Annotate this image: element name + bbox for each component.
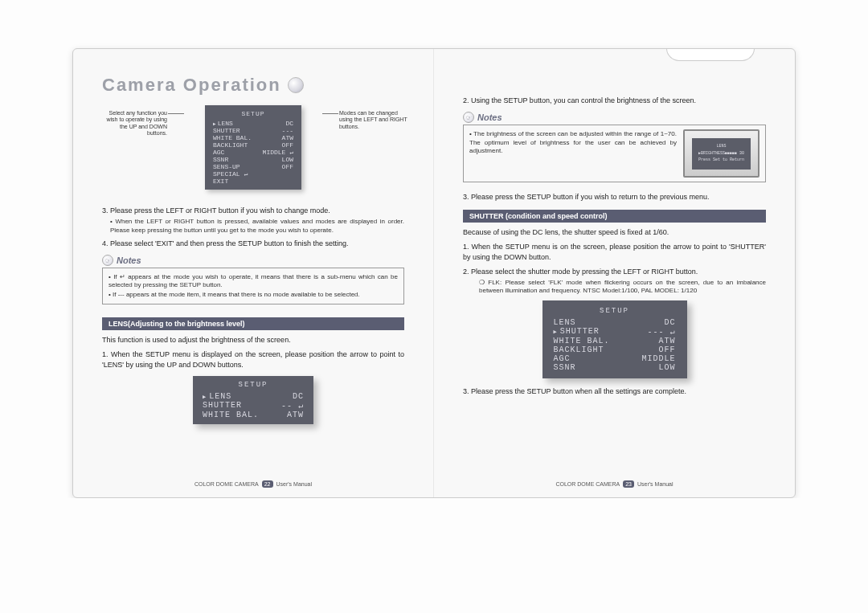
- osd-row-value: ATW: [287, 411, 304, 419]
- osd-row-value: ATW: [282, 134, 293, 141]
- instruction-4: 4. Please select 'EXIT' and then press t…: [102, 239, 404, 248]
- hand-point-icon: ☞: [463, 112, 474, 123]
- osd-row-label: BACKLIGHT: [554, 345, 604, 354]
- osd-top-menu: SETUP LENSDC SHUTTER--- WHITE BAL.ATW BA…: [205, 105, 301, 190]
- osd-row-value: ---: [282, 127, 293, 134]
- lens-intro: This function is used to adjust the brig…: [102, 335, 404, 345]
- osd-row-value: ATW: [658, 337, 675, 345]
- manual-spread: Camera Operation Select any function you…: [72, 48, 796, 498]
- osd-row-label: AGC: [213, 149, 224, 156]
- flk-note: ❍ FLK: Please select 'FLK' mode when fli…: [479, 279, 766, 295]
- footer-right: COLOR DOME CAMERA 23 User's Manual: [434, 480, 795, 488]
- footer-product: COLOR DOME CAMERA: [555, 481, 620, 487]
- osd-row-label: EXIT: [213, 178, 228, 185]
- leader-line-left-icon: [168, 113, 184, 114]
- footer-page-num: 22: [262, 480, 273, 488]
- mini-lcd-title: LENS: [716, 144, 726, 149]
- osd-row-value: LOW: [282, 156, 293, 163]
- osd-row-value: OFF: [282, 141, 293, 149]
- osd-lens-menu: SETUP LENSDC SHUTTER-- ↵ WHITE BAL.ATW: [193, 376, 313, 424]
- osd-row-value: DC: [664, 318, 675, 327]
- page-right: 2. Using the SETUP button, you can contr…: [434, 49, 795, 497]
- notes-box: If ↵ appears at the mode you wish to ope…: [102, 268, 404, 304]
- shutter-intro: Because of using the DC lens, the shutte…: [463, 227, 766, 237]
- page-title: Camera Operation: [102, 75, 404, 96]
- osd-row-value: LOW: [658, 363, 675, 372]
- osd-shutter-title: SETUP: [554, 307, 676, 315]
- footer-left: COLOR DOME CAMERA 22 User's Manual: [73, 480, 433, 488]
- osd-row-value: MIDDLE ↵: [263, 149, 293, 156]
- lens-step-1: 1. When the SETUP menu is displayed on t…: [102, 349, 404, 369]
- osd-row-label: LENS: [554, 318, 576, 327]
- footer-page-num: 23: [623, 480, 634, 488]
- notes-line-2: If --- appears at the mode item, it mean…: [108, 291, 398, 299]
- osd-row-label: SHUTTER: [203, 401, 242, 411]
- footer-manual: User's Manual: [276, 481, 313, 487]
- osd-row-label: LENS: [213, 120, 233, 127]
- shutter-step-2: 2. Please select the shutter mode by pre…: [463, 267, 766, 276]
- osd-row-label: LENS: [203, 392, 231, 401]
- footer-manual: User's Manual: [637, 481, 674, 487]
- osd-row-label: SSNR: [554, 363, 576, 372]
- footer-product: COLOR DOME CAMERA: [194, 481, 259, 487]
- section-shutter-head: SHUTTER (condition and speed control): [463, 210, 766, 223]
- osd-row-label: WHITE BAL.: [213, 134, 252, 141]
- osd-top-title: SETUP: [213, 110, 293, 117]
- osd-row-label: BACKLIGHT: [213, 141, 248, 149]
- mini-lcd-foot: Press Set to Return: [698, 157, 744, 163]
- instruction-3: 3. Please press the LEFT or RIGHT button…: [102, 206, 404, 215]
- osd-row-label: SHUTTER: [554, 327, 600, 337]
- notes-label: Notes: [477, 112, 502, 122]
- side-label-select: Select any function you wish to operate …: [99, 110, 167, 137]
- osd-row-label: AGC: [554, 354, 571, 363]
- hand-point-icon: ☞: [102, 255, 113, 266]
- notes-box-right: The brightness of the screen can be adju…: [463, 125, 766, 182]
- title-dot-icon: [288, 77, 304, 93]
- osd-shutter-menu: SETUP LENSDC SHUTTER--- ↵ WHITE BAL.ATW …: [542, 300, 687, 378]
- page-title-text: Camera Operation: [102, 75, 281, 96]
- mini-lcd-monitor-icon: LENS ▶BRIGHTNESS■■■■■ 30 Press Set to Re…: [683, 129, 760, 178]
- osd-row-label: SPECIAL ↵: [213, 170, 248, 178]
- notes-heading: ☞ Notes: [102, 255, 404, 266]
- shutter-step-1: 1. When the SETUP menu is on the screen,…: [463, 242, 766, 261]
- right-item-2: 2. Using the SETUP button, you can contr…: [463, 96, 766, 105]
- osd-row-value: MIDDLE: [641, 354, 675, 363]
- osd-row-label: SENS-UP: [213, 163, 240, 170]
- osd-row-value: DC: [293, 392, 304, 401]
- osd-context-diagram: Select any function you wish to operate …: [102, 105, 404, 198]
- osd-lens-title: SETUP: [203, 381, 304, 389]
- osd-row-label: WHITE BAL.: [203, 411, 259, 419]
- side-label-modes: Modes can be changed using the LEFT and …: [339, 110, 407, 130]
- notes-heading-right: ☞ Notes: [463, 112, 766, 123]
- leader-line-right-icon: [322, 113, 338, 114]
- notes-text-right: The brightness of the screen can be adju…: [469, 130, 677, 155]
- osd-row-value: OFF: [658, 345, 675, 354]
- right-item-3: 3. Please press the SETUP button if you …: [463, 192, 766, 202]
- mini-lcd-inner: LENS ▶BRIGHTNESS■■■■■ 30 Press Set to Re…: [692, 138, 751, 170]
- notes-label: Notes: [117, 255, 141, 265]
- notes-line-1: If ↵ appears at the mode you wish to ope…: [108, 273, 398, 290]
- mini-lcd-line: ▶BRIGHTNESS■■■■■ 30: [698, 151, 744, 157]
- osd-row-value: --- ↵: [647, 327, 675, 337]
- instruction-3-bullet: When the LEFT or RIGHT button is pressed…: [110, 218, 404, 235]
- osd-row-value: DC: [285, 120, 293, 127]
- section-lens-head: LENS(Adjusting to the brightness level): [102, 317, 404, 330]
- osd-row-value: OFF: [282, 163, 293, 170]
- osd-row-value: -- ↵: [281, 401, 304, 411]
- osd-row-label: SSNR: [213, 156, 228, 163]
- osd-row-label: SHUTTER: [213, 127, 240, 134]
- page-left: Camera Operation Select any function you…: [73, 49, 434, 497]
- right-item-final: 3. Please press the SETUP button when al…: [463, 386, 766, 396]
- osd-row-label: WHITE BAL.: [554, 337, 610, 345]
